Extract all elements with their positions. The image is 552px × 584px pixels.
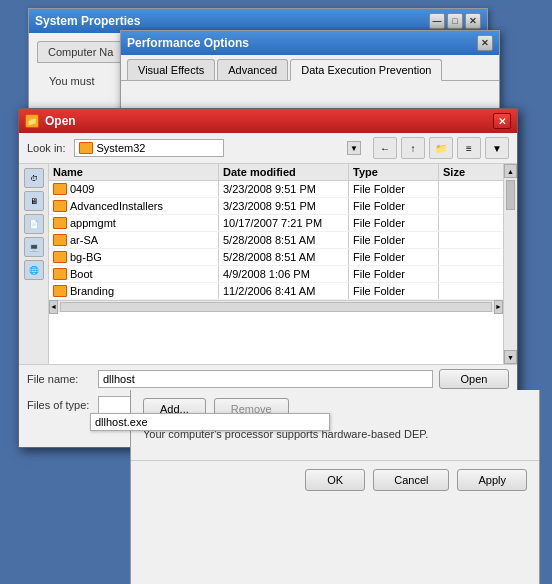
open-close-btn[interactable]: ✕ <box>493 113 511 129</box>
scroll-down-btn[interactable]: ▼ <box>504 350 517 364</box>
view-menu-btn[interactable]: ≡ <box>457 137 481 159</box>
open-button[interactable]: Open <box>439 369 509 389</box>
sys-maximize-btn[interactable]: □ <box>447 13 463 29</box>
perf-tab-advanced[interactable]: Advanced <box>217 59 288 80</box>
filename-label: File name: <box>27 373 92 385</box>
file-type: File Folder <box>349 181 439 197</box>
scroll-thumb[interactable] <box>506 180 515 210</box>
file-type: File Folder <box>349 198 439 214</box>
autocomplete-item[interactable]: dllhost.exe <box>95 416 148 428</box>
sys-must-text: You must <box>45 71 98 91</box>
perf-close-btn[interactable]: ✕ <box>477 35 493 51</box>
scroll-left-btn[interactable]: ◄ <box>49 300 58 314</box>
file-type: File Folder <box>349 283 439 299</box>
perf-titlebar: Performance Options ✕ <box>121 31 499 55</box>
file-list-header: Name Date modified Type Size <box>49 164 503 181</box>
folder-icon <box>53 285 67 297</box>
cancel-main-button[interactable]: Cancel <box>373 469 449 491</box>
nav-up-btn[interactable]: ↑ <box>401 137 425 159</box>
places-desktop-icon[interactable]: 🖥 <box>24 191 44 211</box>
file-size <box>439 255 499 259</box>
sys-tab-computer[interactable]: Computer Na <box>37 41 124 62</box>
lookin-dropdown-btn[interactable]: ▼ <box>347 141 361 155</box>
col-header-size[interactable]: Size <box>439 164 499 180</box>
file-size <box>439 187 499 191</box>
perf-title-text: Performance Options <box>127 36 249 50</box>
file-date: 5/28/2008 8:51 AM <box>219 249 349 265</box>
file-type: File Folder <box>349 232 439 248</box>
col-header-date[interactable]: Date modified <box>219 164 349 180</box>
filename-row: File name: Open <box>19 364 517 393</box>
file-name: Boot <box>70 268 93 280</box>
file-date: 10/17/2007 7:21 PM <box>219 215 349 231</box>
file-type: File Folder <box>349 266 439 282</box>
table-row[interactable]: Branding 11/2/2006 8:41 AM File Folder <box>49 283 503 300</box>
file-name: appmgmt <box>70 217 116 229</box>
left-panel: ⏱ 🖥 📄 💻 🌐 <box>19 164 49 364</box>
col-header-type[interactable]: Type <box>349 164 439 180</box>
filename-input[interactable] <box>98 370 433 388</box>
sys-close-btn[interactable]: ✕ <box>465 13 481 29</box>
folder-icon <box>53 183 67 195</box>
perf-tab-visual[interactable]: Visual Effects <box>127 59 215 80</box>
perf-window-controls: ✕ <box>477 35 493 51</box>
file-date: 4/9/2008 1:06 PM <box>219 266 349 282</box>
ok-button[interactable]: OK <box>305 469 365 491</box>
scroll-right-btn[interactable]: ► <box>494 300 503 314</box>
folder-icon <box>79 142 93 154</box>
file-date: 5/28/2008 8:51 AM <box>219 232 349 248</box>
horizontal-scrollbar[interactable]: ◄ ► <box>49 300 503 312</box>
file-date: 3/23/2008 9:51 PM <box>219 181 349 197</box>
create-folder-btn[interactable]: 📁 <box>429 137 453 159</box>
filetype-label: Files of type: <box>27 399 92 411</box>
scroll-track-h[interactable] <box>60 302 492 312</box>
open-toolbar: Look in: System32 ▼ ← ↑ 📁 ≡ ▼ <box>19 133 517 164</box>
file-list-area: ⏱ 🖥 📄 💻 🌐 Name Date modified Type Size 0… <box>19 164 517 364</box>
file-date: 3/23/2008 9:51 PM <box>219 198 349 214</box>
scroll-up-btn[interactable]: ▲ <box>504 164 517 178</box>
scroll-track-v[interactable] <box>504 178 517 350</box>
folder-icon <box>53 251 67 263</box>
folder-icon <box>53 268 67 280</box>
autocomplete-dropdown[interactable]: dllhost.exe <box>90 413 330 431</box>
vertical-scrollbar[interactable]: ▲ ▼ <box>503 164 517 364</box>
apply-button[interactable]: Apply <box>457 469 527 491</box>
perf-tab-content <box>121 81 499 105</box>
table-row[interactable]: Boot 4/9/2008 1:06 PM File Folder <box>49 266 503 283</box>
open-titlebar: 📁 Open ✕ <box>19 109 517 133</box>
sys-minimize-btn[interactable]: — <box>429 13 445 29</box>
file-type: File Folder <box>349 249 439 265</box>
file-name: ar-SA <box>70 234 98 246</box>
bottom-buttons: OK Cancel Apply <box>131 460 539 499</box>
places-computer-icon[interactable]: 💻 <box>24 237 44 257</box>
open-title-left: 📁 Open <box>25 114 76 128</box>
file-name: bg-BG <box>70 251 102 263</box>
sys-title-text: System Properties <box>35 14 140 28</box>
file-size <box>439 221 499 225</box>
perf-tab-bar: Visual Effects Advanced Data Execution P… <box>121 55 499 81</box>
folder-icon <box>53 200 67 212</box>
table-row[interactable]: ar-SA 5/28/2008 8:51 AM File Folder <box>49 232 503 249</box>
lookin-select[interactable]: System32 <box>74 139 224 157</box>
open-title-text: Open <box>45 114 76 128</box>
perf-title-left: Performance Options <box>127 36 249 50</box>
places-docs-icon[interactable]: 📄 <box>24 214 44 234</box>
file-size <box>439 289 499 293</box>
open-dialog-icon: 📁 <box>25 114 39 128</box>
lookin-label: Look in: <box>27 142 66 154</box>
lookin-value: System32 <box>97 142 146 154</box>
table-row[interactable]: bg-BG 5/28/2008 8:51 AM File Folder <box>49 249 503 266</box>
sys-title-left: System Properties <box>35 14 140 28</box>
nav-back-btn[interactable]: ← <box>373 137 397 159</box>
places-recent-icon[interactable]: ⏱ <box>24 168 44 188</box>
table-row[interactable]: 0409 3/23/2008 9:51 PM File Folder <box>49 181 503 198</box>
file-list: Name Date modified Type Size 0409 3/23/2… <box>49 164 503 364</box>
table-row[interactable]: AdvancedInstallers 3/23/2008 9:51 PM Fil… <box>49 198 503 215</box>
table-row[interactable]: appmgmt 10/17/2007 7:21 PM File Folder <box>49 215 503 232</box>
folder-icon <box>53 234 67 246</box>
view-dropdown-btn[interactable]: ▼ <box>485 137 509 159</box>
places-network-icon[interactable]: 🌐 <box>24 260 44 280</box>
perf-tab-dep[interactable]: Data Execution Prevention <box>290 59 442 81</box>
col-header-name[interactable]: Name <box>49 164 219 180</box>
file-name: Branding <box>70 285 114 297</box>
